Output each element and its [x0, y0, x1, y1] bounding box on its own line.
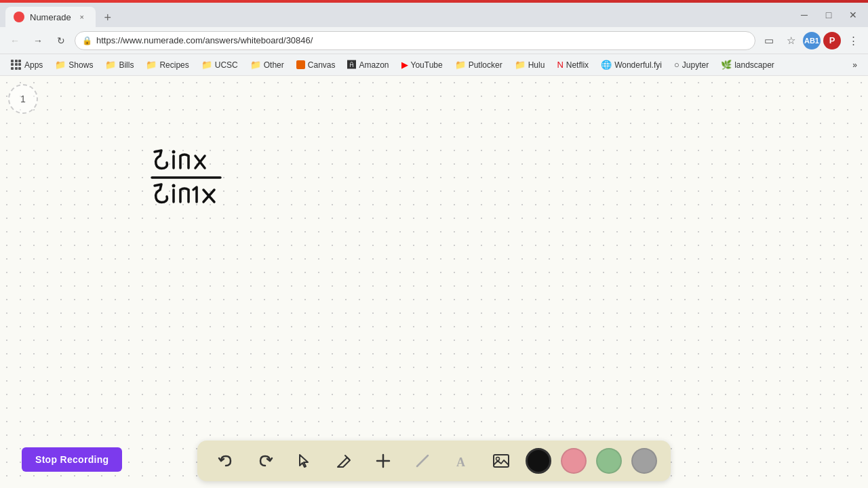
bookmark-recipes-label: Recipes: [159, 60, 189, 70]
bookmark-wonderfulfyi-label: Wonderful.fyi: [614, 60, 662, 70]
redo-icon: [256, 452, 274, 470]
netflix-icon: N: [557, 60, 563, 70]
pen-icon: [336, 453, 352, 469]
bookmark-hulu-label: Hulu: [528, 60, 545, 70]
undo-icon: [217, 452, 235, 470]
bookmark-jupyter[interactable]: ○ Jupyter: [669, 58, 714, 72]
maximize-button[interactable]: □: [819, 5, 838, 24]
bookmark-putlocker[interactable]: 📁 Putlocker: [450, 58, 508, 72]
bookmark-shows[interactable]: 📁 Shows: [50, 58, 98, 72]
bookmark-other-label: Other: [264, 60, 284, 70]
bookmark-other[interactable]: 📁 Other: [245, 58, 290, 72]
folder-icon: 📁: [146, 60, 157, 70]
youtube-icon: ▶: [401, 60, 408, 70]
bookmark-canvas-label: Canvas: [308, 60, 336, 70]
bookmark-apps[interactable]: Apps: [5, 58, 48, 73]
bookmark-putlocker-label: Putlocker: [469, 60, 502, 70]
address-bar[interactable]: 🔒 https://www.numerade.com/answers/white…: [75, 31, 755, 50]
tab-close-button[interactable]: ×: [77, 12, 87, 22]
select-tool-button[interactable]: [290, 446, 319, 476]
bookmarks-bar: Apps 📁 Shows 📁 Bills 📁 Recipes 📁 UCSC 📁 …: [0, 54, 868, 76]
stop-recording-button[interactable]: Stop Recording: [22, 447, 122, 472]
bookmark-hulu[interactable]: 📁 Hulu: [509, 58, 551, 72]
folder-icon: 📁: [455, 60, 466, 70]
apps-grid-icon: [11, 60, 22, 70]
more-bookmarks-label: »: [852, 60, 857, 70]
wonderful-icon: 🌐: [601, 60, 612, 70]
cursor-icon: [296, 453, 313, 469]
bookmark-amazon[interactable]: 🅰 Amazon: [342, 58, 394, 72]
whiteboard-toolbar: A: [197, 441, 671, 481]
canvas-favicon: [296, 60, 305, 69]
svg-line-12: [417, 455, 428, 466]
bookmark-button[interactable]: ☆: [781, 31, 800, 50]
active-tab[interactable]: Numerade ×: [5, 7, 96, 27]
pen-tool-button[interactable]: [329, 446, 359, 476]
amazon-icon: 🅰: [347, 60, 356, 70]
bookmark-wonderfulfyi[interactable]: 🌐 Wonderful.fyi: [595, 58, 667, 72]
eraser-icon: [414, 453, 431, 469]
bookmark-youtube[interactable]: ▶ YouTube: [396, 58, 448, 72]
text-tool-button[interactable]: A: [447, 446, 477, 476]
svg-point-5: [172, 184, 176, 188]
tab-strip: Numerade × +: [5, 3, 117, 27]
cast-button[interactable]: ▭: [760, 31, 778, 50]
close-window-button[interactable]: ✕: [844, 5, 863, 24]
more-button[interactable]: ⋮: [844, 31, 863, 50]
bookmark-bills-label: Bills: [119, 60, 134, 70]
image-tool-button[interactable]: [486, 446, 516, 476]
color-black[interactable]: [526, 448, 551, 474]
undo-button[interactable]: [211, 446, 241, 476]
svg-point-15: [496, 458, 500, 461]
folder-icon: 📁: [105, 60, 116, 70]
more-bookmarks-button[interactable]: »: [847, 58, 863, 72]
bookmark-youtube-label: YouTube: [411, 60, 443, 70]
bookmark-landscaper[interactable]: 🌿 landscaper: [715, 58, 780, 72]
redo-button[interactable]: [250, 446, 280, 476]
bookmark-jupyter-label: Jupyter: [682, 60, 709, 70]
folder-icon: 📁: [55, 60, 66, 70]
bookmark-amazon-label: Amazon: [359, 60, 389, 70]
image-icon: [492, 451, 511, 470]
add-button[interactable]: [368, 446, 398, 476]
eraser-button[interactable]: [408, 446, 437, 476]
plus-icon: [374, 452, 392, 470]
back-button[interactable]: ←: [5, 31, 24, 50]
page-number: 1: [20, 94, 26, 104]
folder-icon: 📁: [250, 60, 261, 70]
folder-icon: 📁: [515, 60, 526, 70]
bookmark-landscaper-label: landscaper: [734, 60, 774, 70]
url-text: https://www.numerade.com/answers/whitebo…: [96, 35, 313, 45]
extensions-badge[interactable]: AB1: [803, 32, 821, 49]
tab-title: Numerade: [30, 12, 71, 22]
text-icon: A: [454, 453, 470, 469]
forward-button[interactable]: →: [28, 31, 47, 50]
new-tab-button[interactable]: +: [98, 8, 117, 27]
landscaper-icon: 🌿: [721, 60, 732, 70]
bookmark-bills[interactable]: 📁 Bills: [100, 58, 139, 72]
browser-titlebar: Numerade × + ─ □ ✕: [0, 3, 868, 27]
math-expression-svg: [149, 144, 258, 232]
bookmark-apps-label: Apps: [24, 60, 43, 70]
color-green[interactable]: [596, 448, 622, 474]
page-number-badge: 1: [8, 84, 38, 114]
bookmark-netflix-label: Netflix: [566, 60, 589, 70]
folder-icon: 📁: [201, 60, 212, 70]
bookmark-recipes[interactable]: 📁 Recipes: [140, 58, 194, 72]
toolbar-icons: ▭ ☆ AB1 P ⋮: [760, 31, 863, 50]
profile-avatar[interactable]: P: [823, 32, 841, 49]
minimize-button[interactable]: ─: [795, 5, 814, 24]
bookmark-ucsc[interactable]: 📁 UCSC: [196, 58, 243, 72]
bookmark-canvas[interactable]: Canvas: [291, 58, 341, 72]
refresh-button[interactable]: ↻: [52, 31, 71, 50]
color-pink[interactable]: [561, 448, 587, 474]
bookmark-shows-label: Shows: [68, 60, 93, 70]
svg-point-0: [172, 150, 176, 154]
bookmark-ucsc-label: UCSC: [215, 60, 238, 70]
browser-toolbar: ← → ↻ 🔒 https://www.numerade.com/answers…: [0, 27, 868, 54]
color-gray[interactable]: [631, 448, 657, 474]
lock-icon: 🔒: [82, 36, 92, 45]
bookmark-netflix[interactable]: N Netflix: [551, 58, 594, 72]
svg-text:A: A: [456, 455, 465, 469]
whiteboard-canvas[interactable]: 1: [0, 76, 868, 488]
